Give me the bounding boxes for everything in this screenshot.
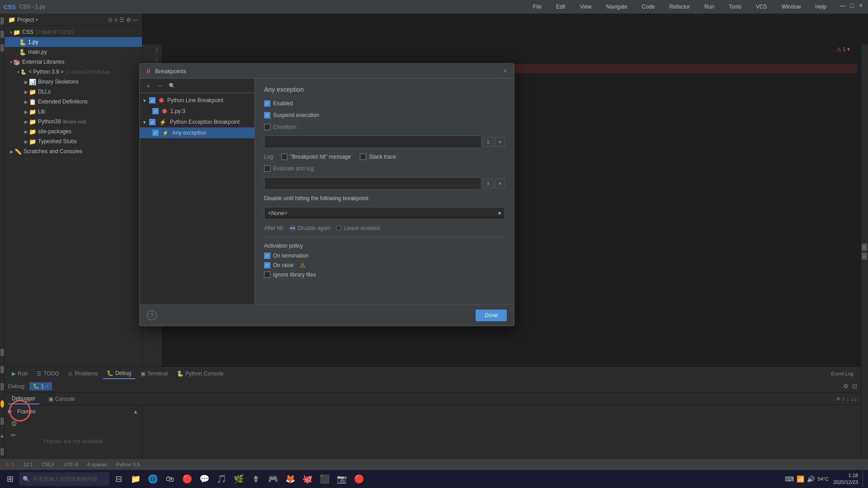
disable-again-radio[interactable] xyxy=(290,225,295,231)
bp-hit-msg-label[interactable]: "Breakpoint hit" message xyxy=(281,154,351,160)
menu-view[interactable]: View xyxy=(576,2,595,12)
status-python[interactable]: Python 3.9 xyxy=(116,462,140,467)
tree-item-dlls[interactable]: ▶ 📁 DLLs xyxy=(5,87,142,97)
project-label[interactable]: Project xyxy=(17,17,34,23)
taskbar-icon-app2[interactable]: 💬 xyxy=(196,471,212,487)
debug-toolbar-btn-1[interactable]: ≡ xyxy=(836,395,840,402)
menu-tools[interactable]: Tools xyxy=(725,2,745,12)
window-minimize[interactable]: — xyxy=(839,2,846,9)
taskbar-icon-app6[interactable]: 🎮 xyxy=(265,471,281,487)
window-maximize[interactable]: □ xyxy=(848,2,855,9)
bottom-tab-problems[interactable]: ⚠ Problems xyxy=(64,369,101,379)
on-raise-checkbox[interactable]: ✓ xyxy=(264,262,270,268)
none-select[interactable]: <None> ▾ xyxy=(264,207,505,220)
taskbar-icon-app8[interactable]: 🐙 xyxy=(299,471,316,487)
taskbar-icon-app10[interactable]: 📷 xyxy=(334,471,350,487)
search-bar[interactable]: 🔍 在这里输入你想搜索的内容 xyxy=(19,472,109,486)
suspend-checkbox[interactable]: ✓ xyxy=(264,112,270,118)
menu-help[interactable]: Help xyxy=(811,2,830,12)
favorites-icon[interactable] xyxy=(0,435,4,438)
left-strip-icon-2[interactable] xyxy=(0,31,4,38)
taskbar-icon-app7[interactable]: 🦊 xyxy=(282,471,298,487)
left-strip-icon-8[interactable] xyxy=(0,418,4,425)
dialog-add-btn[interactable]: + xyxy=(143,81,153,91)
evaluate-input[interactable] xyxy=(264,177,481,190)
left-strip-icon-9[interactable] xyxy=(0,448,4,455)
tree-item-python39[interactable]: ▾ 🐍 < Python 3.9 > C:\Users\28769\App xyxy=(5,67,142,77)
debug-layout-btn[interactable]: ⊡ xyxy=(852,383,857,389)
tree-item-typeshed[interactable]: ▶ 📁 Typeshed Stubs xyxy=(5,136,142,146)
taskbar-icon-edge[interactable]: 🌐 xyxy=(145,471,161,487)
bottom-tab-debug[interactable]: 🐛 Debug xyxy=(103,368,135,379)
taskbar-icon-app1[interactable]: 🔴 xyxy=(179,471,195,487)
condition-checkbox[interactable] xyxy=(264,124,270,130)
taskbar-icon-file-explorer[interactable]: 📁 xyxy=(127,471,144,487)
bp-group-line[interactable]: ▾ ✓ Python Line Breakpoint xyxy=(140,95,255,106)
debug-side-icon-2[interactable]: ✏ xyxy=(11,432,17,439)
dialog-filter-btn[interactable]: 🔍 xyxy=(167,81,177,91)
start-button[interactable]: ⊞ xyxy=(2,471,18,487)
debug-play-btn[interactable]: ▶ xyxy=(8,408,15,415)
bp-any-exception-check[interactable]: ✓ xyxy=(152,130,159,136)
suspend-checkbox-label[interactable]: ✓ Suspend execution xyxy=(264,112,319,118)
code-line-1[interactable] xyxy=(166,46,857,55)
debug-session-badge[interactable]: 🐛 1 × xyxy=(29,382,52,390)
bottom-tab-run[interactable]: ▶ Run xyxy=(8,369,31,379)
tree-item-python39-root[interactable]: ▶ 📁 Python39 library root xyxy=(5,117,142,127)
status-line-col[interactable]: 12:1 xyxy=(23,462,33,467)
right-expand-btn[interactable]: ∞ xyxy=(862,253,867,260)
menu-file[interactable]: File xyxy=(529,2,545,12)
sys-keyboard-icon[interactable]: ⌨ xyxy=(785,475,794,483)
left-strip-icon-7[interactable] xyxy=(0,400,4,408)
help-button[interactable]: ? xyxy=(147,310,157,320)
left-strip-icon-3[interactable] xyxy=(0,44,4,52)
bp-1py3-check[interactable]: ✓ xyxy=(152,108,159,114)
menu-run[interactable]: Run xyxy=(701,2,718,12)
tree-item-ext-libs[interactable]: ▾ 📚 External Libraries xyxy=(5,57,142,67)
tree-item-lib[interactable]: ▶ 📁 Lib xyxy=(5,107,142,117)
taskbar-icon-app3[interactable]: 🎵 xyxy=(213,471,230,487)
stack-trace-label[interactable]: Stack trace xyxy=(360,154,396,160)
bp-group-exception[interactable]: ▾ ✓ ⚡ Python Exception Breakpoint xyxy=(140,117,255,127)
debug-toolbar-btn-3[interactable]: ↓ xyxy=(847,395,850,402)
debug-toolbar-btn-4[interactable]: ↓↓ xyxy=(851,395,857,402)
left-strip-icon-5[interactable] xyxy=(0,366,4,373)
condition-input[interactable] xyxy=(264,136,481,148)
taskbar-icon-app4[interactable]: 🌿 xyxy=(231,471,247,487)
bp-hit-checkbox[interactable] xyxy=(281,154,288,160)
ignore-library-label[interactable]: Ignore library files xyxy=(264,272,316,278)
debug-close-icon[interactable]: × xyxy=(46,384,48,389)
debug-side-icon-1[interactable]: ⚙ xyxy=(11,419,17,428)
menu-edit[interactable]: Edit xyxy=(552,2,569,12)
ignore-library-checkbox[interactable] xyxy=(264,272,270,278)
bp-group-line-check[interactable]: ✓ xyxy=(149,97,156,103)
window-close[interactable]: × xyxy=(857,2,864,9)
project-settings-btn[interactable]: ⚙ xyxy=(126,17,131,23)
on-termination-label[interactable]: ✓ On termination xyxy=(264,253,309,259)
leave-enabled-radio-label[interactable]: Leave enabled xyxy=(336,225,380,231)
menu-refactor[interactable]: Refactor xyxy=(666,2,693,12)
debug-settings-btn[interactable]: ⚙ xyxy=(843,383,849,389)
error-count[interactable]: ⚠ 1 xyxy=(5,462,14,468)
event-log-btn[interactable]: Event Log xyxy=(827,369,857,378)
dialog-remove-btn[interactable]: − xyxy=(155,81,165,91)
tree-item-ext-defs[interactable]: ▶ 📋 Extended Definitions xyxy=(5,97,142,107)
leave-enabled-radio[interactable] xyxy=(336,225,341,231)
debug-tab-debugger[interactable]: Debugger xyxy=(8,394,39,404)
left-strip-icon-6[interactable] xyxy=(0,383,4,390)
project-options-btn[interactable]: ☰ xyxy=(119,17,124,23)
bottom-tab-todo[interactable]: ☰ TODO xyxy=(33,369,62,379)
status-indent[interactable]: 4 spaces xyxy=(87,462,107,467)
enabled-checkbox[interactable]: ✓ xyxy=(264,100,270,107)
show-desktop-btn[interactable] xyxy=(863,471,866,487)
left-strip-icon-4[interactable] xyxy=(0,349,4,356)
sys-network-icon[interactable]: 📶 xyxy=(797,475,804,483)
tree-item-css[interactable]: ▾ 📁 CSS D:\编程学习\CSS xyxy=(5,27,142,37)
right-copy-btn[interactable]: ⎘ xyxy=(862,244,867,251)
bottom-tab-python-console[interactable]: 🐍 Python Console xyxy=(173,369,227,379)
sys-volume-icon[interactable]: 🔊 xyxy=(807,475,815,483)
left-strip-icon-1[interactable] xyxy=(0,17,4,24)
taskbar-clock[interactable]: 1:18 2020/12/23 xyxy=(833,472,862,486)
tree-item-scratches[interactable]: ▶ ✏️ Scratches and Consoles xyxy=(5,146,142,156)
tree-item-mainpy[interactable]: 🐍 main.py xyxy=(5,47,142,57)
